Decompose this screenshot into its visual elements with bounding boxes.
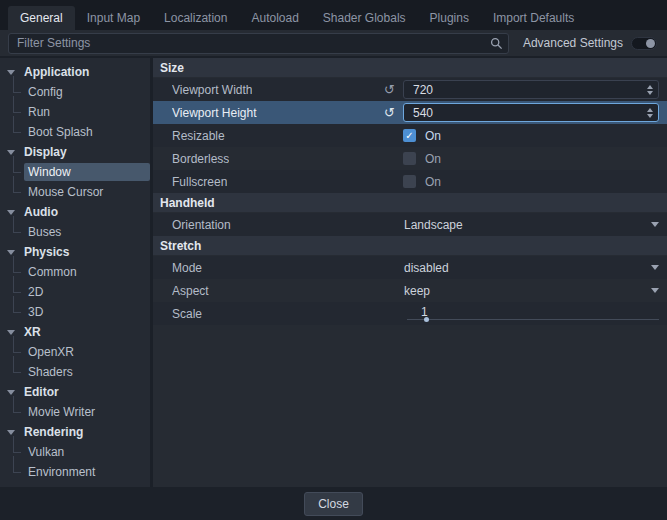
tab-bar: GeneralInput MapLocalizationAutoloadShad… (0, 0, 667, 30)
sidebar-item-editor[interactable]: Editor (0, 382, 150, 402)
sidebar-item-shaders[interactable]: Shaders (0, 362, 150, 382)
advanced-settings-label: Advanced Settings (523, 36, 623, 50)
sidebar-item-label: Run (24, 103, 150, 121)
section-title: Size (160, 61, 184, 75)
number-spinbox[interactable]: 720 (403, 80, 659, 99)
sidebar-section-label: XR (20, 323, 150, 341)
settings-tree: Application Config Run Boot Splash Displ… (0, 58, 153, 487)
property-panel: Size Viewport Width ↺ 720 Viewport Heigh… (153, 58, 667, 487)
tab-plugins[interactable]: Plugins (418, 6, 481, 30)
property-label: Borderless (172, 152, 229, 166)
sidebar-item-window[interactable]: Window (0, 162, 150, 182)
slider-grabber[interactable] (424, 317, 429, 322)
checkbox-label: On (425, 129, 441, 143)
sidebar-item-vulkan[interactable]: Vulkan (0, 442, 150, 462)
tab-input-map[interactable]: Input Map (75, 6, 152, 30)
project-settings-window: GeneralInput MapLocalizationAutoloadShad… (0, 0, 667, 520)
property-label: Resizable (172, 129, 225, 143)
property-label-cell: Orientation (153, 218, 403, 232)
property-label-cell: Mode (153, 261, 403, 275)
collapse-arrow-icon[interactable] (7, 430, 15, 435)
sidebar-section-label: Application (20, 63, 150, 81)
number-spinbox[interactable]: 540 (403, 103, 659, 122)
slider-spinbox[interactable]: 1 (403, 302, 667, 325)
property-control: 540 (403, 101, 667, 124)
slider-track (407, 319, 659, 320)
sidebar-section-label: Audio (20, 203, 150, 221)
collapse-arrow-icon[interactable] (7, 330, 15, 335)
sidebar-item-run[interactable]: Run (0, 102, 150, 122)
sidebar-item-mouse-cursor[interactable]: Mouse Cursor (0, 182, 150, 202)
sidebar-item-movie-writer[interactable]: Movie Writer (0, 402, 150, 422)
tab-shader-globals[interactable]: Shader Globals (311, 6, 418, 30)
checkbox-label: On (425, 152, 441, 166)
content-area: Application Config Run Boot Splash Displ… (0, 58, 667, 487)
dropdown[interactable]: keep (403, 279, 667, 302)
sidebar-item-common[interactable]: Common (0, 262, 150, 282)
property-label-cell: Scale (153, 307, 403, 321)
property-row-viewport-height: Viewport Height ↺ 540 (153, 101, 667, 124)
toggle-knob (646, 39, 655, 48)
collapse-arrow-icon[interactable] (7, 70, 15, 75)
sidebar-item-label: 3D (24, 303, 150, 321)
revert-icon[interactable]: ↺ (384, 83, 395, 96)
sidebar-item-3d[interactable]: 3D (0, 302, 150, 322)
sidebar-item-label: Boot Splash (24, 123, 150, 141)
tab-autoload[interactable]: Autoload (239, 6, 310, 30)
property-label-cell: Viewport Width ↺ (153, 83, 403, 97)
spin-stepper-icon[interactable] (647, 108, 653, 118)
dropdown[interactable]: Landscape (403, 213, 667, 236)
section-header-handheld: Handheld (153, 193, 667, 212)
advanced-settings-toggle[interactable] (631, 37, 657, 50)
property-row-aspect: Aspect keep (153, 279, 667, 302)
revert-icon[interactable]: ↺ (384, 106, 395, 119)
sidebar-section-label: Display (20, 143, 150, 161)
search-icon (490, 37, 503, 50)
tab-general[interactable]: General (8, 6, 75, 30)
spin-value: 540 (413, 106, 433, 120)
collapse-arrow-icon[interactable] (7, 250, 15, 255)
property-control: 720 (403, 78, 667, 101)
collapse-arrow-icon[interactable] (7, 150, 15, 155)
sidebar-item-physics[interactable]: Physics (0, 242, 150, 262)
tab-import-defaults[interactable]: Import Defaults (481, 6, 586, 30)
sidebar-item-audio[interactable]: Audio (0, 202, 150, 222)
sidebar-item-application[interactable]: Application (0, 62, 150, 82)
sidebar-item-label: Config (24, 83, 150, 101)
sidebar-item-openxr[interactable]: OpenXR (0, 342, 150, 362)
checkbox[interactable] (403, 129, 416, 142)
sidebar-item-display[interactable]: Display (0, 142, 150, 162)
collapse-arrow-icon[interactable] (7, 390, 15, 395)
property-label: Scale (172, 307, 202, 321)
sidebar-item-rendering[interactable]: Rendering (0, 422, 150, 442)
section-header-stretch: Stretch (153, 236, 667, 255)
dropdown[interactable]: disabled (403, 256, 667, 279)
property-label: Orientation (172, 218, 231, 232)
sidebar-item-xr[interactable]: XR (0, 322, 150, 342)
property-label: Viewport Width (172, 83, 252, 97)
sidebar-item-label: OpenXR (24, 343, 150, 361)
sidebar-section-label: Physics (20, 243, 150, 261)
property-row-resizable: Resizable On (153, 124, 667, 147)
close-button[interactable]: Close (304, 492, 363, 516)
checkbox[interactable] (403, 152, 416, 165)
property-control: On (403, 124, 667, 147)
dropdown-value: keep (403, 284, 651, 298)
checkbox[interactable] (403, 175, 416, 188)
filter-row: Advanced Settings (0, 30, 667, 58)
sidebar-item-2d[interactable]: 2D (0, 282, 150, 302)
collapse-arrow-icon[interactable] (7, 210, 15, 215)
property-row-fullscreen: Fullscreen On (153, 170, 667, 193)
sidebar-item-environment[interactable]: Environment (0, 462, 150, 482)
dropdown-value: disabled (403, 261, 651, 275)
section-header-size: Size (153, 58, 667, 77)
filter-settings-input[interactable] (8, 33, 509, 54)
sidebar-item-config[interactable]: Config (0, 82, 150, 102)
property-row-orientation: Orientation Landscape (153, 213, 667, 236)
sidebar-section-label: Rendering (20, 423, 150, 441)
spin-stepper-icon[interactable] (647, 85, 653, 95)
property-label-cell: Aspect (153, 284, 403, 298)
tab-localization[interactable]: Localization (152, 6, 239, 30)
sidebar-item-boot-splash[interactable]: Boot Splash (0, 122, 150, 142)
sidebar-item-buses[interactable]: Buses (0, 222, 150, 242)
